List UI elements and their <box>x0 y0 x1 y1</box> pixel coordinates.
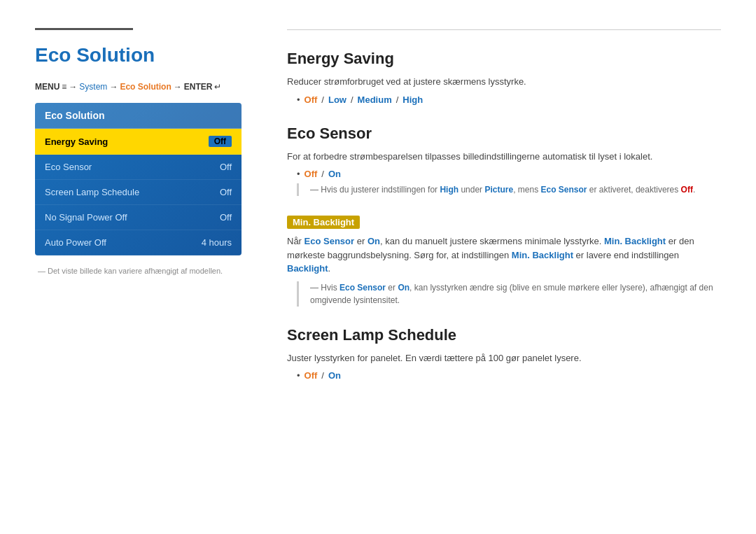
picture-ref: Picture <box>484 185 513 195</box>
off-option: Off <box>304 94 318 105</box>
page-title: Eco Solution <box>35 44 259 66</box>
top-rule-right <box>287 29 721 30</box>
screen-lamp-label: Screen Lamp Schedule <box>45 187 139 197</box>
menu-item-screen-lamp[interactable]: Screen Lamp Schedule Off <box>35 180 241 205</box>
section-screen-lamp: Screen Lamp Schedule Juster lysstyrken f… <box>287 326 721 381</box>
min-backlight-desc: Når Eco Sensor er On, kan du manuelt jus… <box>287 234 721 276</box>
no-signal-value: Off <box>220 212 232 223</box>
eco-sensor-ref2: Eco Sensor <box>304 236 355 246</box>
footnote: ― Det viste billede kan variere afhængig… <box>35 267 259 275</box>
enter-icon: ↵ <box>214 82 221 92</box>
eco-sensor-note: ― Hvis du justerer indstillingen for Hig… <box>297 183 721 196</box>
right-column: Energy Saving Reducer strømforbruget ved… <box>287 28 721 506</box>
arrow1: → <box>69 82 77 92</box>
min-backlight-ref: Min. Backlight <box>604 236 666 246</box>
menu-item-eco-sensor[interactable]: Eco Sensor Off <box>35 155 241 180</box>
enter-label: ENTER <box>184 82 213 92</box>
energy-saving-label: Energy Saving <box>45 136 108 147</box>
system-link: System <box>79 82 107 92</box>
arrow3: → <box>174 82 182 92</box>
on-ref2: On <box>398 283 410 293</box>
section-eco-sensor: Eco Sensor For at forbedre strømbesparel… <box>287 125 721 197</box>
menu-item-no-signal[interactable]: No Signal Power Off Off <box>35 205 241 230</box>
menu-path: MENU ≡ → System → Eco Solution → ENTER ↵ <box>35 82 259 92</box>
eco-solution-link: Eco Solution <box>120 82 171 92</box>
energy-saving-title: Energy Saving <box>287 50 721 68</box>
eco-sensor-desc: For at forbedre strømbesparelsen tilpass… <box>287 150 721 164</box>
menu-item-auto-power[interactable]: Auto Power Off 4 hours <box>35 230 241 255</box>
eco-sensor-label: Eco Sensor <box>45 162 92 172</box>
eco-sensor-title: Eco Sensor <box>287 125 721 143</box>
screen-lamp-desc: Juster lysstyrken for panelet. En værdi … <box>287 351 721 365</box>
energy-saving-desc: Reducer strømforbruget ved at justere sk… <box>287 75 721 89</box>
arrow2: → <box>109 82 118 92</box>
backlight-ref: Backlight <box>287 263 328 274</box>
screen-lamp-options: Off / On <box>297 370 721 381</box>
energy-saving-options: Off / Low / Medium / High <box>297 94 721 105</box>
auto-power-label: Auto Power Off <box>45 237 106 248</box>
left-column: Eco Solution MENU ≡ → System → Eco Solut… <box>35 28 259 506</box>
section-energy-saving: Energy Saving Reducer strømforbruget ved… <box>287 50 721 105</box>
eco-sensor-ref3: Eco Sensor <box>340 283 386 293</box>
eco-on-option: On <box>328 169 341 179</box>
medium-option: Medium <box>358 94 392 105</box>
rules-row <box>35 28 259 30</box>
no-signal-label: No Signal Power Off <box>45 212 127 223</box>
menu-icon: ≡ <box>62 82 66 92</box>
min-backlight-note: ― Hvis Eco Sensor er On, kan lysstyrken … <box>297 281 721 307</box>
high-ref: High <box>440 185 458 195</box>
min-backlight-ref2: Min. Backlight <box>512 250 573 260</box>
screen-lamp-value: Off <box>220 187 232 197</box>
eco-sensor-ref: Eco Sensor <box>541 185 587 195</box>
eco-box-title: Eco Solution <box>35 103 241 129</box>
rule-short <box>35 28 133 30</box>
low-option: Low <box>328 94 346 105</box>
high-option: High <box>402 94 423 105</box>
lamp-off-option: Off <box>304 370 318 381</box>
menu-label: MENU <box>35 82 59 92</box>
off-ref: Off <box>681 185 693 195</box>
lamp-on-option: On <box>328 370 341 381</box>
eco-sensor-options: Off / On <box>297 169 721 179</box>
eco-sensor-value: Off <box>220 162 232 172</box>
on-ref: On <box>368 236 380 246</box>
screen-lamp-title: Screen Lamp Schedule <box>287 326 721 344</box>
energy-saving-value: Off <box>209 136 232 147</box>
auto-power-value: 4 hours <box>202 237 232 248</box>
min-backlight-heading: Min. Backlight <box>287 216 360 229</box>
eco-solution-menu: Eco Solution Energy Saving Off Eco Senso… <box>35 103 241 255</box>
section-min-backlight: Min. Backlight Når Eco Sensor er On, kan… <box>287 216 721 307</box>
menu-item-energy-saving[interactable]: Energy Saving Off <box>35 129 241 155</box>
eco-off-option: Off <box>304 169 318 179</box>
